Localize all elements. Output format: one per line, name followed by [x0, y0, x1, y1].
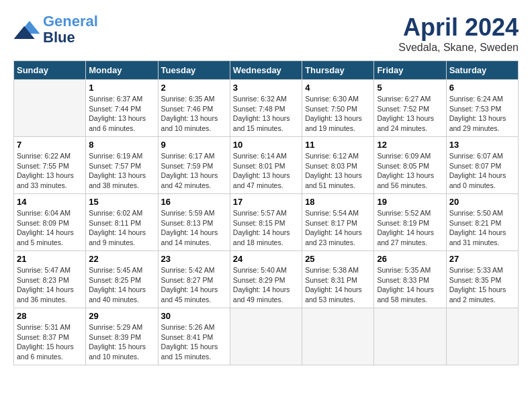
day-number: 11 — [305, 140, 371, 150]
day-number: 29 — [89, 311, 154, 321]
calendar-cell: 21Sunrise: 5:47 AM Sunset: 8:23 PM Dayli… — [14, 251, 86, 308]
column-header-thursday: Thursday — [302, 61, 374, 80]
day-number: 24 — [233, 254, 299, 264]
day-number: 18 — [305, 197, 371, 207]
day-info: Sunrise: 5:29 AM Sunset: 8:39 PM Dayligh… — [89, 322, 154, 362]
day-info: Sunrise: 6:04 AM Sunset: 8:09 PM Dayligh… — [17, 208, 83, 248]
day-number: 27 — [449, 254, 515, 264]
day-info: Sunrise: 5:26 AM Sunset: 8:41 PM Dayligh… — [161, 322, 227, 362]
calendar-cell: 23Sunrise: 5:42 AM Sunset: 8:27 PM Dayli… — [158, 251, 230, 308]
day-number: 23 — [161, 254, 227, 264]
day-number: 30 — [161, 311, 227, 321]
calendar-cell: 19Sunrise: 5:52 AM Sunset: 8:19 PM Dayli… — [374, 194, 446, 251]
day-number: 8 — [89, 140, 154, 150]
day-info: Sunrise: 6:07 AM Sunset: 8:07 PM Dayligh… — [449, 151, 515, 191]
calendar-cell: 3Sunrise: 6:32 AM Sunset: 7:48 PM Daylig… — [230, 80, 302, 137]
day-number: 5 — [377, 83, 443, 93]
day-number: 7 — [17, 140, 83, 150]
week-row-5: 28Sunrise: 5:31 AM Sunset: 8:37 PM Dayli… — [14, 308, 519, 365]
day-info: Sunrise: 5:42 AM Sunset: 8:27 PM Dayligh… — [161, 265, 227, 305]
day-number: 26 — [377, 254, 443, 264]
week-row-4: 21Sunrise: 5:47 AM Sunset: 8:23 PM Dayli… — [14, 251, 519, 308]
logo-icon — [13, 18, 40, 42]
day-number: 21 — [17, 254, 83, 264]
calendar-cell: 1Sunrise: 6:37 AM Sunset: 7:44 PM Daylig… — [86, 80, 158, 137]
calendar-cell: 25Sunrise: 5:38 AM Sunset: 8:31 PM Dayli… — [302, 251, 374, 308]
day-info: Sunrise: 6:24 AM Sunset: 7:53 PM Dayligh… — [449, 94, 515, 134]
calendar-cell: 12Sunrise: 6:09 AM Sunset: 8:05 PM Dayli… — [374, 137, 446, 194]
day-info: Sunrise: 5:59 AM Sunset: 8:13 PM Dayligh… — [161, 208, 227, 248]
location: Svedala, Skane, Sweden — [398, 42, 519, 54]
day-number: 13 — [449, 140, 515, 150]
day-info: Sunrise: 6:17 AM Sunset: 7:59 PM Dayligh… — [161, 151, 227, 191]
day-number: 28 — [17, 311, 83, 321]
day-number: 3 — [233, 83, 299, 93]
calendar-cell: 15Sunrise: 6:02 AM Sunset: 8:11 PM Dayli… — [86, 194, 158, 251]
logo-text: General Blue — [43, 13, 98, 46]
calendar-cell: 30Sunrise: 5:26 AM Sunset: 8:41 PM Dayli… — [158, 308, 230, 365]
calendar-cell: 7Sunrise: 6:22 AM Sunset: 7:55 PM Daylig… — [14, 137, 86, 194]
page-header: General Blue April 2024 Svedala, Skane, … — [13, 13, 519, 54]
day-info: Sunrise: 5:54 AM Sunset: 8:17 PM Dayligh… — [305, 208, 371, 248]
calendar-cell: 8Sunrise: 6:19 AM Sunset: 7:57 PM Daylig… — [86, 137, 158, 194]
day-info: Sunrise: 6:19 AM Sunset: 7:57 PM Dayligh… — [89, 151, 154, 191]
calendar-cell — [446, 308, 518, 365]
day-info: Sunrise: 6:22 AM Sunset: 7:55 PM Dayligh… — [17, 151, 83, 191]
day-number: 20 — [449, 197, 515, 207]
month-title: April 2024 — [398, 13, 519, 42]
day-info: Sunrise: 5:57 AM Sunset: 8:15 PM Dayligh… — [233, 208, 299, 248]
day-number: 16 — [161, 197, 227, 207]
day-info: Sunrise: 5:45 AM Sunset: 8:25 PM Dayligh… — [89, 265, 154, 305]
calendar-cell — [230, 308, 302, 365]
calendar-cell: 18Sunrise: 5:54 AM Sunset: 8:17 PM Dayli… — [302, 194, 374, 251]
day-info: Sunrise: 6:12 AM Sunset: 8:03 PM Dayligh… — [305, 151, 371, 191]
day-number: 25 — [305, 254, 371, 264]
day-number: 17 — [233, 197, 299, 207]
day-number: 4 — [305, 83, 371, 93]
calendar-cell: 6Sunrise: 6:24 AM Sunset: 7:53 PM Daylig… — [446, 80, 518, 137]
week-row-1: 1Sunrise: 6:37 AM Sunset: 7:44 PM Daylig… — [14, 80, 519, 137]
week-row-2: 7Sunrise: 6:22 AM Sunset: 7:55 PM Daylig… — [14, 137, 519, 194]
column-header-sunday: Sunday — [14, 61, 86, 80]
day-info: Sunrise: 6:14 AM Sunset: 8:01 PM Dayligh… — [233, 151, 299, 191]
calendar-cell: 26Sunrise: 5:35 AM Sunset: 8:33 PM Dayli… — [374, 251, 446, 308]
calendar-cell: 9Sunrise: 6:17 AM Sunset: 7:59 PM Daylig… — [158, 137, 230, 194]
day-info: Sunrise: 5:50 AM Sunset: 8:21 PM Dayligh… — [449, 208, 515, 248]
column-header-wednesday: Wednesday — [230, 61, 302, 80]
column-header-saturday: Saturday — [446, 61, 518, 80]
calendar-cell: 10Sunrise: 6:14 AM Sunset: 8:01 PM Dayli… — [230, 137, 302, 194]
calendar-table: SundayMondayTuesdayWednesdayThursdayFrid… — [13, 60, 519, 365]
day-number: 10 — [233, 140, 299, 150]
day-info: Sunrise: 5:52 AM Sunset: 8:19 PM Dayligh… — [377, 208, 443, 248]
day-number: 15 — [89, 197, 154, 207]
calendar-header-row: SundayMondayTuesdayWednesdayThursdayFrid… — [14, 61, 519, 80]
calendar-cell: 2Sunrise: 6:35 AM Sunset: 7:46 PM Daylig… — [158, 80, 230, 137]
calendar-cell — [14, 80, 86, 137]
day-info: Sunrise: 6:09 AM Sunset: 8:05 PM Dayligh… — [377, 151, 443, 191]
title-area: April 2024 Svedala, Skane, Sweden — [398, 13, 519, 54]
day-number: 12 — [377, 140, 443, 150]
day-info: Sunrise: 6:02 AM Sunset: 8:11 PM Dayligh… — [89, 208, 154, 248]
column-header-friday: Friday — [374, 61, 446, 80]
calendar-cell: 28Sunrise: 5:31 AM Sunset: 8:37 PM Dayli… — [14, 308, 86, 365]
calendar-cell: 20Sunrise: 5:50 AM Sunset: 8:21 PM Dayli… — [446, 194, 518, 251]
calendar-cell: 13Sunrise: 6:07 AM Sunset: 8:07 PM Dayli… — [446, 137, 518, 194]
day-number: 14 — [17, 197, 83, 207]
calendar-cell: 24Sunrise: 5:40 AM Sunset: 8:29 PM Dayli… — [230, 251, 302, 308]
calendar-cell: 14Sunrise: 6:04 AM Sunset: 8:09 PM Dayli… — [14, 194, 86, 251]
week-row-3: 14Sunrise: 6:04 AM Sunset: 8:09 PM Dayli… — [14, 194, 519, 251]
day-number: 22 — [89, 254, 154, 264]
day-info: Sunrise: 6:37 AM Sunset: 7:44 PM Dayligh… — [89, 94, 154, 134]
calendar-cell: 5Sunrise: 6:27 AM Sunset: 7:52 PM Daylig… — [374, 80, 446, 137]
day-info: Sunrise: 6:32 AM Sunset: 7:48 PM Dayligh… — [233, 94, 299, 134]
calendar-cell: 4Sunrise: 6:30 AM Sunset: 7:50 PM Daylig… — [302, 80, 374, 137]
day-info: Sunrise: 6:30 AM Sunset: 7:50 PM Dayligh… — [305, 94, 371, 134]
calendar-cell: 22Sunrise: 5:45 AM Sunset: 8:25 PM Dayli… — [86, 251, 158, 308]
day-number: 1 — [89, 83, 154, 93]
calendar-cell: 11Sunrise: 6:12 AM Sunset: 8:03 PM Dayli… — [302, 137, 374, 194]
calendar-cell: 29Sunrise: 5:29 AM Sunset: 8:39 PM Dayli… — [86, 308, 158, 365]
calendar-cell: 16Sunrise: 5:59 AM Sunset: 8:13 PM Dayli… — [158, 194, 230, 251]
day-info: Sunrise: 5:31 AM Sunset: 8:37 PM Dayligh… — [17, 322, 83, 362]
day-info: Sunrise: 5:40 AM Sunset: 8:29 PM Dayligh… — [233, 265, 299, 305]
day-number: 2 — [161, 83, 227, 93]
